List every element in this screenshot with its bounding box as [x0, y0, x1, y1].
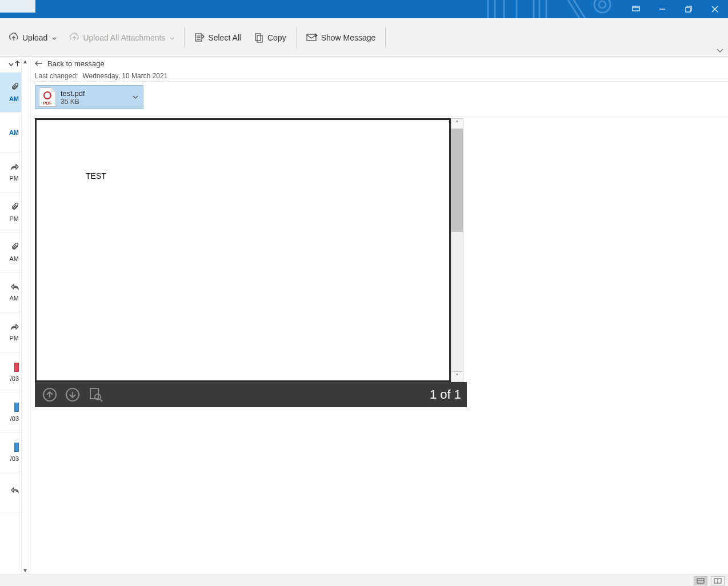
window-controls — [623, 0, 728, 18]
last-changed-label: Last changed: — [35, 72, 78, 80]
attachment-icon — [11, 203, 19, 212]
forward-icon — [11, 163, 19, 171]
svg-rect-6 — [633, 6, 639, 11]
copy-label: Copy — [267, 33, 286, 42]
reply-icon — [11, 487, 19, 495]
mail-time-fragment: /03 — [10, 415, 19, 422]
attachment-icon — [11, 243, 19, 252]
mail-time-fragment: AM — [9, 129, 19, 136]
ribbon-separator — [184, 27, 185, 48]
svg-rect-16 — [255, 34, 261, 41]
scroll-track[interactable] — [22, 66, 29, 565]
mail-time-fragment: AM — [10, 295, 19, 302]
attachment-filename: test.pdf — [61, 89, 85, 98]
reply-icon — [11, 283, 19, 291]
category-marker — [14, 403, 19, 412]
collapse-ribbon-button[interactable] — [714, 47, 726, 55]
pdf-next-page-button[interactable] — [63, 386, 82, 404]
attachments-ribbon: Upload Upload All Attachments Select All… — [0, 18, 728, 57]
pdf-page-indicator: 1 of 1 — [430, 387, 461, 402]
upload-all-label: Upload All Attachments — [83, 33, 165, 42]
mail-list-item[interactable]: PM — [0, 192, 21, 232]
chevron-down-icon[interactable] — [9, 61, 14, 69]
pdf-viewer: TEST ˄ ˅ — [35, 118, 467, 407]
ribbon-separator — [296, 27, 297, 48]
scroll-down-icon[interactable]: ▼ — [22, 565, 29, 575]
category-marker — [14, 363, 19, 372]
message-list-scrollbar[interactable]: ▲ ▼ — [21, 57, 29, 575]
arrow-left-icon — [35, 59, 43, 68]
mail-list-item[interactable]: PM — [0, 152, 21, 192]
show-message-label: Show Message — [321, 33, 376, 42]
show-message-button[interactable]: Show Message — [301, 29, 381, 46]
mail-list-item[interactable]: AM — [0, 113, 21, 152]
status-bar — [0, 575, 728, 586]
upload-button[interactable]: Upload — [3, 29, 62, 46]
arrow-up-icon[interactable] — [15, 61, 20, 69]
mail-list-item[interactable]: PM — [0, 312, 21, 352]
mail-time-fragment: AM — [10, 255, 19, 262]
svg-rect-9 — [686, 7, 690, 12]
pdf-prev-page-button[interactable] — [41, 386, 59, 404]
mail-time-fragment: /03 — [10, 375, 19, 382]
view-normal-button[interactable] — [694, 576, 707, 585]
attachment-size: 35 KB — [61, 98, 85, 106]
svg-rect-18 — [307, 34, 316, 41]
attachment-preview-panel: Back to message Last changed: Wednesday,… — [22, 57, 728, 575]
forward-icon — [11, 323, 19, 331]
mail-list-item[interactable]: /03 — [0, 432, 21, 472]
select-all-label: Select All — [208, 33, 241, 42]
svg-rect-24 — [697, 579, 704, 583]
maximize-button[interactable] — [675, 0, 702, 18]
attachment-info: test.pdf 35 KB — [61, 89, 85, 106]
upload-label: Upload — [22, 33, 47, 42]
svg-rect-21 — [90, 388, 98, 399]
message-list-panel: AMAMPMPMAMAMPM/03/03/03 ▲ ▼ — [0, 57, 22, 575]
scroll-down-icon[interactable]: ˅ — [451, 371, 463, 382]
back-label: Back to message — [47, 59, 105, 68]
last-changed-value: Wednesday, 10 March 2021 — [82, 72, 167, 80]
mail-list-item[interactable]: /03 — [0, 352, 21, 392]
window-titlebar — [0, 0, 728, 18]
mail-time-fragment: PM — [10, 175, 19, 182]
attachment-chip[interactable]: PDF test.pdf 35 KB — [35, 85, 143, 109]
svg-line-23 — [100, 399, 102, 402]
svg-point-5 — [599, 1, 606, 8]
select-all-button[interactable]: Select All — [189, 29, 246, 46]
mail-list-item[interactable]: AM — [0, 272, 21, 312]
pdf-scrollbar[interactable]: ˄ ˅ — [451, 118, 463, 382]
category-marker — [14, 443, 19, 452]
view-reading-button[interactable] — [711, 576, 725, 585]
list-header — [0, 57, 21, 73]
chevron-down-icon — [52, 33, 57, 42]
back-to-message-link[interactable]: Back to message — [30, 57, 728, 70]
attachment-icon — [11, 83, 19, 92]
copy-button[interactable]: Copy — [249, 29, 291, 46]
mail-list-item[interactable]: AM — [0, 73, 21, 113]
mail-time-fragment: AM — [9, 95, 19, 102]
ribbon-display-options-button[interactable] — [623, 0, 649, 18]
scroll-up-icon[interactable]: ▲ — [22, 57, 29, 66]
pdf-toolbar: 1 of 1 — [35, 382, 467, 407]
upload-all-attachments-button: Upload All Attachments — [64, 29, 179, 46]
minimize-button[interactable] — [649, 0, 675, 18]
chevron-down-icon[interactable] — [133, 92, 138, 102]
close-button[interactable] — [702, 0, 728, 18]
svg-rect-17 — [257, 35, 262, 42]
scroll-up-icon[interactable]: ˄ — [451, 119, 463, 129]
scroll-thumb[interactable] — [451, 129, 463, 232]
mail-list-item[interactable]: AM — [0, 232, 21, 272]
mail-list-item[interactable]: /03 — [0, 392, 21, 432]
pdf-fit-page-button[interactable] — [86, 386, 105, 404]
last-changed-row: Last changed: Wednesday, 10 March 2021 — [30, 70, 728, 82]
content-layout: AMAMPMPMAMAMPM/03/03/03 ▲ ▼ Back to mess… — [0, 57, 728, 575]
divider — [30, 113, 728, 117]
chevron-down-icon — [170, 33, 174, 42]
mail-list-item[interactable] — [0, 472, 21, 512]
pdf-file-icon: PDF — [39, 87, 56, 107]
mail-time-fragment: /03 — [10, 455, 19, 462]
ribbon-separator — [385, 27, 386, 48]
mail-time-fragment: PM — [10, 335, 19, 342]
scroll-track[interactable] — [451, 232, 463, 371]
pdf-page: TEST — [35, 118, 451, 382]
